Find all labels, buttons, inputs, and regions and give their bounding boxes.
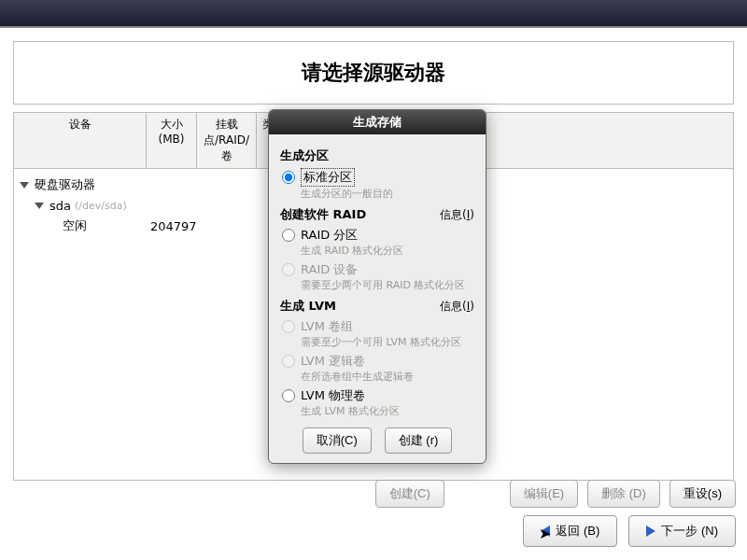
- reset-button[interactable]: 重设(s): [669, 480, 736, 508]
- action-button-row: 创建(C) 编辑(E) 删除 (D) 重设(s): [431, 480, 736, 508]
- opt-raid-part-desc: 生成 RAID 格式化分区: [301, 244, 474, 258]
- free-label: 空闲: [63, 217, 87, 234]
- opt-lvm-vg: LVM 卷组: [282, 318, 474, 335]
- opt-lvm-pv[interactable]: LVM 物理卷: [282, 387, 474, 404]
- radio-standard[interactable]: [282, 171, 295, 184]
- lvm-info-link[interactable]: 信息(I): [440, 299, 474, 315]
- edit-button[interactable]: 编辑(E): [510, 480, 578, 508]
- sda-label: sda: [49, 199, 71, 213]
- opt-standard-label: 标准分区: [301, 168, 355, 187]
- opt-lvm-vg-label: LVM 卷组: [301, 318, 353, 335]
- dialog-cancel-button[interactable]: 取消(C): [303, 427, 372, 454]
- section-raid: 创建软件 RAID 信息(I): [280, 206, 474, 223]
- expand-icon[interactable]: [35, 203, 44, 209]
- opt-lvm-pv-label: LVM 物理卷: [301, 387, 365, 404]
- section-partition: 生成分区: [280, 147, 474, 164]
- arrow-right-icon: [646, 525, 655, 537]
- opt-standard-partition[interactable]: 标准分区: [282, 168, 474, 187]
- create-button-bg[interactable]: 创建(C): [375, 480, 444, 508]
- col-device[interactable]: 设备: [14, 113, 147, 168]
- page-title: 请选择源驱动器: [14, 59, 733, 87]
- radio-lvm-vg: [282, 320, 295, 333]
- radio-raid-part[interactable]: [282, 229, 295, 242]
- opt-raid-part-label: RAID 分区: [301, 227, 358, 244]
- opt-lvm-lv-desc: 在所选卷组中生成逻辑卷: [301, 370, 474, 384]
- radio-raid-dev: [282, 263, 295, 276]
- tree-root-label: 硬盘驱动器: [35, 176, 95, 193]
- nav-row: 返回 (B) 下一步 (N): [523, 515, 736, 547]
- dialog-create-button[interactable]: 创建 (r): [385, 427, 453, 454]
- opt-lvm-lv: LVM 逻辑卷: [282, 353, 474, 370]
- back-button[interactable]: 返回 (B): [523, 515, 617, 547]
- free-size: 204797: [147, 219, 197, 233]
- radio-lvm-pv[interactable]: [282, 389, 295, 402]
- opt-lvm-pv-desc: 生成 LVM 格式化分区: [301, 404, 474, 418]
- section-lvm: 生成 LVM 信息(I): [280, 298, 474, 315]
- opt-raid-device: RAID 设备: [282, 261, 474, 278]
- raid-info-link[interactable]: 信息(I): [440, 207, 474, 223]
- dialog-title: 生成存储: [269, 110, 486, 134]
- title-panel: 请选择源驱动器: [13, 41, 734, 105]
- next-button[interactable]: 下一步 (N): [628, 515, 736, 547]
- opt-raid-dev-desc: 需要至少两个可用 RAID 格式化分区: [301, 278, 474, 292]
- opt-raid-partition[interactable]: RAID 分区: [282, 227, 474, 244]
- col-mount[interactable]: 挂载点/RAID/卷: [197, 113, 257, 168]
- col-size[interactable]: 大小(MB): [147, 113, 197, 168]
- window-title-bar: [0, 0, 747, 26]
- opt-raid-dev-label: RAID 设备: [301, 261, 358, 278]
- create-storage-dialog: 生成存储 生成分区 标准分区 生成分区的一般目的 创建软件 RAID 信息(I)…: [268, 109, 486, 464]
- opt-lvm-lv-label: LVM 逻辑卷: [301, 353, 365, 370]
- expand-icon[interactable]: [20, 182, 29, 189]
- radio-lvm-lv: [282, 355, 295, 368]
- opt-lvm-vg-desc: 需要至少一个可用 LVM 格式化分区: [301, 335, 474, 349]
- delete-button[interactable]: 删除 (D): [587, 480, 660, 508]
- sda-path: (/dev/sda): [75, 200, 127, 212]
- arrow-left-icon: [541, 525, 550, 537]
- opt-standard-desc: 生成分区的一般目的: [301, 187, 474, 201]
